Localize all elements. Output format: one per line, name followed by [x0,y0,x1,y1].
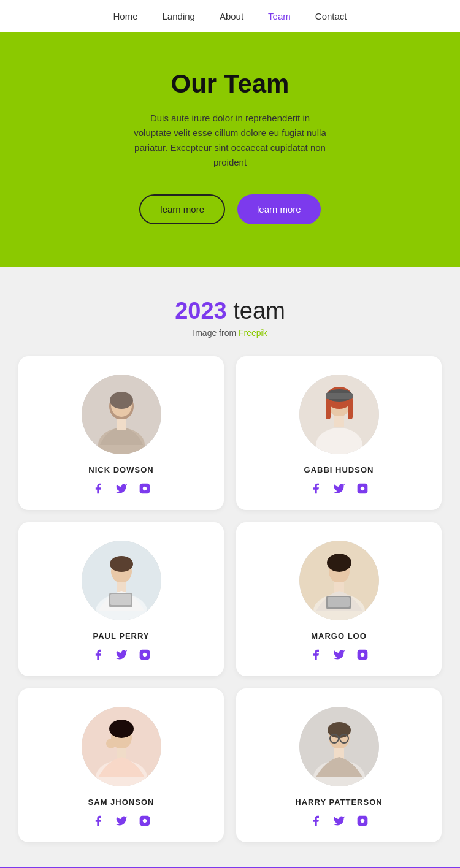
nav-home[interactable]: Home [113,11,138,21]
avatar-nick [82,375,161,454]
name-nick: NICK DOWSON [31,465,212,474]
svg-rect-14 [334,416,344,427]
svg-point-31 [327,554,351,572]
svg-rect-25 [110,594,131,605]
team-year: 2023 [175,298,227,324]
instagram-icon-harry[interactable] [356,814,369,828]
nav-about[interactable]: About [220,11,243,21]
svg-rect-34 [328,597,350,607]
svg-rect-12 [326,398,331,419]
twitter-icon-sam[interactable] [115,814,128,828]
hero-section: Our Team Duis aute irure dolor in repreh… [0,32,460,267]
team-word: team [227,298,285,324]
freepik-link[interactable]: Freepik [239,328,267,338]
team-card-nick: NICK DOWSON [18,356,224,510]
learn-more-outline-button[interactable]: learn more [139,194,225,224]
twitter-icon-margo[interactable] [332,648,346,661]
social-sam [31,814,212,828]
avatar-paul [82,541,161,620]
hero-description: Duis aute irure dolor in reprehenderit i… [132,111,328,170]
learn-more-filled-button[interactable]: learn more [237,194,321,224]
facebook-icon-paul[interactable] [91,648,105,661]
svg-rect-5 [117,419,126,430]
twitter-icon-gabbi[interactable] [332,482,346,495]
nav-landing[interactable]: Landing [163,11,195,21]
team-heading: 2023 team [18,298,442,324]
facebook-icon-nick[interactable] [91,482,105,495]
instagram-icon-paul[interactable] [138,648,151,661]
svg-rect-13 [348,398,353,419]
team-card-margo: MARGO LOO [236,522,442,676]
name-paul: PAUL PERRY [31,631,212,641]
name-gabbi: GABBI HUDSON [248,465,429,474]
social-paul [31,648,212,661]
social-gabbi [248,482,429,495]
name-margo: MARGO LOO [248,631,429,641]
avatar-margo [299,541,379,620]
nav-contact[interactable]: Contact [315,11,347,21]
name-sam: SAM JHONSON [31,798,212,807]
facebook-icon-margo[interactable] [309,648,323,661]
avatar-gabbi [299,375,379,454]
name-harry: HARRY PATTERSON [248,798,429,807]
twitter-icon-harry[interactable] [332,814,346,828]
team-section: 2023 team Image from Freepik NICK DOWSON [0,267,460,867]
instagram-icon-margo[interactable] [356,648,369,661]
hero-title: Our Team [49,69,411,99]
twitter-icon-nick[interactable] [115,482,128,495]
team-subtext-prefix: Image from [193,328,239,338]
avatar-sam [82,707,161,786]
navigation: Home Landing About Team Contact [0,0,460,32]
twitter-icon-paul[interactable] [115,648,128,661]
team-card-gabbi: GABBI HUDSON [236,356,442,510]
avatar-harry [299,707,379,786]
svg-point-4 [110,392,133,409]
team-card-harry: HARRY PATTERSON [236,688,442,842]
facebook-icon-gabbi[interactable] [309,482,323,495]
team-card-sam: SAM JHONSON [18,688,224,842]
instagram-icon-gabbi[interactable] [356,482,369,495]
svg-rect-16 [326,393,353,399]
svg-point-22 [110,556,133,572]
instagram-icon-sam[interactable] [138,814,151,828]
svg-point-42 [106,739,116,748]
nav-team[interactable]: Team [268,11,291,21]
team-card-paul: PAUL PERRY [18,522,224,676]
social-nick [31,482,212,495]
svg-point-40 [109,720,134,738]
facebook-icon-sam[interactable] [91,814,105,828]
social-harry [248,814,429,828]
hero-buttons: learn more learn more [49,194,411,224]
instagram-icon-nick[interactable] [138,482,151,495]
team-grid: NICK DOWSON [18,356,442,842]
facebook-icon-harry[interactable] [309,814,323,828]
social-margo [248,648,429,661]
team-subtext: Image from Freepik [18,328,442,338]
